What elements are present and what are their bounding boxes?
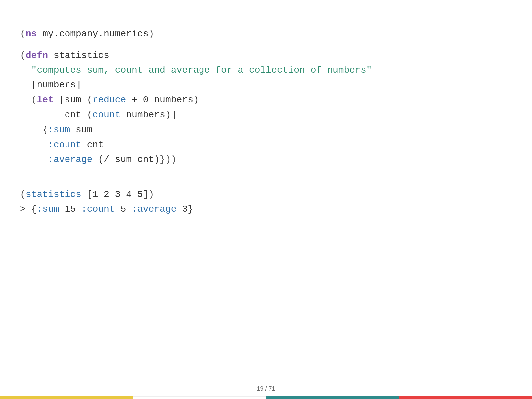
repl-close-paren: ) bbox=[148, 189, 154, 200]
bottom-bar-white bbox=[133, 396, 266, 399]
defn-line3: [numbers] bbox=[20, 78, 512, 93]
repl-section: (statistics [1 2 3 4 5]) > {:sum 15 :cou… bbox=[20, 187, 512, 217]
defn-keyword: defn bbox=[26, 50, 48, 61]
result-avg-val: 3} bbox=[177, 204, 193, 214]
repl-result-text: { bbox=[31, 204, 37, 214]
bottom-bar-red bbox=[399, 396, 532, 399]
args-vector: [numbers] bbox=[31, 80, 81, 90]
ns-keyword: ns bbox=[26, 29, 37, 39]
bottom-bar-yellow bbox=[0, 396, 133, 399]
page-indicator: 19 / 71 bbox=[257, 385, 275, 392]
defn-line8: :average (/ sum cnt)})) bbox=[20, 152, 512, 167]
open-paren: ( bbox=[20, 29, 26, 39]
result-count-val: 5 bbox=[115, 204, 132, 214]
result-sum-val: 15 bbox=[59, 204, 81, 214]
defn-line7: :count cnt bbox=[20, 138, 512, 153]
sum-key: :sum bbox=[48, 125, 70, 135]
defn-block: (defn statistics "computes sum, count an… bbox=[20, 48, 512, 167]
slide-footer: 19 / 71 bbox=[0, 385, 532, 392]
repl-fn-name: statistics bbox=[26, 189, 81, 200]
defn-line4: (let [sum (reduce + 0 numbers) bbox=[20, 93, 512, 108]
average-key: :average bbox=[48, 154, 92, 165]
count-builtin: count bbox=[92, 110, 120, 120]
repl-open-paren: ( bbox=[20, 189, 26, 200]
bottom-bar-teal bbox=[266, 396, 399, 399]
repl-result-line: > {:sum 15 :count 5 :average 3} bbox=[20, 202, 512, 217]
defn-line2: "computes sum, count and average for a c… bbox=[20, 63, 512, 78]
defn-line6: {:sum sum bbox=[20, 123, 512, 138]
result-count-key: :count bbox=[81, 204, 115, 214]
ns-block: (ns my.company.numerics) bbox=[20, 27, 512, 42]
repl-call-line: (statistics [1 2 3 4 5]) bbox=[20, 187, 512, 202]
repl-prompt: > bbox=[20, 204, 31, 214]
main-content: (ns my.company.numerics) (defn statistic… bbox=[0, 0, 532, 399]
close-paren: ) bbox=[148, 29, 154, 39]
bottom-bar bbox=[0, 396, 532, 399]
ns-line: (ns my.company.numerics) bbox=[20, 27, 512, 42]
defn-line1: (defn statistics bbox=[20, 48, 512, 63]
fn-name: statistics bbox=[48, 50, 109, 61]
reduce-builtin: reduce bbox=[92, 95, 126, 105]
defn-line5: cnt (count numbers)] bbox=[20, 108, 512, 123]
count-key: :count bbox=[48, 140, 81, 150]
docstring: "computes sum, count and average for a c… bbox=[31, 65, 372, 75]
result-avg-key: :average bbox=[132, 204, 176, 214]
result-sum-key: :sum bbox=[37, 204, 59, 214]
ns-name: my.company.numerics bbox=[37, 29, 148, 39]
let-keyword: let bbox=[37, 95, 53, 105]
repl-args: [1 2 3 4 5] bbox=[81, 189, 149, 200]
